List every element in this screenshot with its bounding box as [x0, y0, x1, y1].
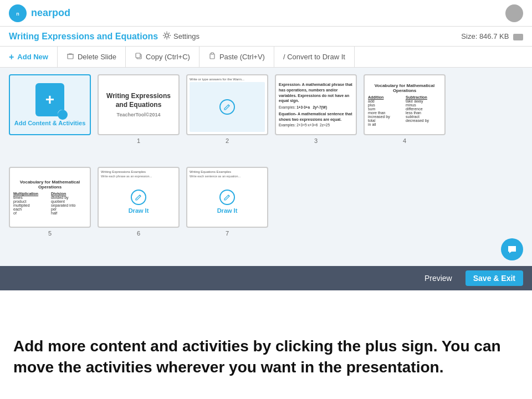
svg-rect-7 [211, 53, 213, 54]
presentation-title: Writing Expressions and Equations [9, 32, 158, 42]
slide-1-card[interactable]: Writing Expressions and Equations Teache… [98, 74, 180, 135]
slide-1-wrapper[interactable]: Writing Expressions and Equations Teache… [98, 74, 180, 160]
svg-text:n: n [16, 11, 19, 17]
size-info: Size: 846.7 KB [461, 32, 523, 40]
slide-6-wrapper[interactable]: Writing Expressions Examples Write each … [98, 167, 180, 253]
vocab-mult-items: timesproductmultipliedeachof [13, 196, 49, 215]
settings-label: Settings [173, 32, 200, 40]
col-header-mult: Multiplication [13, 192, 49, 196]
vocab-addition-items: addplussummore thanincreased bytotalin a… [368, 99, 403, 126]
caption-area: Add more content and activities by click… [0, 290, 532, 399]
pencil-icon-6 [131, 190, 146, 205]
title-slide-content: Writing Expressions and Equations Teache… [99, 88, 178, 121]
slide-5-card[interactable]: Vocabulary for Mathematical Operations M… [9, 167, 91, 228]
slide-num-6: 6 [137, 230, 140, 237]
slide-3-wrapper[interactable]: Expression- A mathematical phrase that h… [275, 74, 357, 160]
slide-add-content[interactable]: + Add Content & Activities [9, 74, 91, 160]
slides-area: + Add Content & Activities Writing Expre… [0, 68, 532, 259]
vocab-slide-5: Vocabulary for Mathematical Operations M… [10, 176, 90, 218]
svg-point-2 [165, 34, 168, 37]
slide-3-card[interactable]: Expression- A mathematical phrase that h… [275, 74, 357, 135]
title-bar: Writing Expressions and Equations Settin… [0, 27, 532, 47]
pencil-icon-7 [219, 190, 235, 205]
convert-button[interactable]: / Convert to Draw It [274, 47, 355, 67]
slide-title-text: Writing Expressions and Equations [103, 92, 174, 109]
paste-icon [208, 52, 216, 62]
vocab-col-addition: Addition addplussummore thanincreased by… [368, 95, 403, 126]
draw-it-label-6: Draw It [129, 207, 149, 214]
pencil-icon-2 [219, 99, 235, 115]
col-header-div: Division [51, 192, 86, 196]
slide-num-3: 3 [314, 137, 318, 144]
copy-icon [135, 52, 142, 62]
editor-area: Writing Expressions and Equations Settin… [0, 27, 532, 266]
vocab-col-multiplication: Multiplication timesproductmultipliedeac… [13, 192, 49, 215]
slide-4-wrapper[interactable]: Vocabulary for Mathematical Operations A… [364, 74, 446, 160]
footer-bar: Preview Save & Exit [0, 266, 532, 290]
paste-button[interactable]: Paste (Ctrl+V) [200, 47, 274, 67]
preview-button[interactable]: Preview [418, 270, 459, 286]
slide-subtitle: TeacherTool©2014 [117, 112, 161, 117]
delete-slide-label: Delete Slide [78, 53, 116, 61]
slide-6-card[interactable]: Writing Expressions Examples Write each … [98, 167, 180, 228]
slide-num-4: 4 [403, 137, 406, 144]
slide-2-wrapper[interactable]: Write or type answers for the Warm... 2 [186, 74, 268, 160]
slide-num-1: 1 [137, 137, 140, 144]
toolbar: + Add New Delete Slide Copy (Ctrl+C) Pas… [0, 47, 532, 68]
add-new-button[interactable]: + Add New [0, 47, 58, 67]
logo-text: nearpod [31, 7, 70, 19]
add-icon: + [9, 52, 14, 62]
size-icon [513, 34, 523, 40]
delete-slide-button[interactable]: Delete Slide [58, 47, 126, 67]
chat-bubble-button[interactable] [501, 238, 523, 260]
vocab-div-items: divided byquotientseparated intoperhalf [51, 196, 86, 215]
app-bar: n nearpod [0, 0, 532, 27]
vocab-slide-4: Vocabulary for Mathematical Operations A… [365, 80, 444, 130]
slide-num-5: 5 [48, 230, 52, 237]
settings-button[interactable]: Settings [162, 31, 200, 42]
vocab-col-subtraction: Subtraction take awayminusdifferenceless… [406, 95, 441, 126]
user-avatar[interactable] [505, 4, 523, 22]
slide-num-7: 7 [226, 230, 229, 237]
expression-slide-content: Expression- A mathematical phrase that h… [276, 79, 356, 130]
delete-icon [66, 52, 74, 62]
settings-icon [162, 31, 171, 42]
slide-2-card[interactable]: Write or type answers for the Warm... [186, 74, 268, 135]
slide-5-wrapper[interactable]: Vocabulary for Mathematical Operations M… [9, 167, 91, 253]
save-exit-button[interactable]: Save & Exit [466, 270, 523, 286]
size-label: Size: [461, 32, 477, 40]
svg-rect-3 [68, 54, 73, 59]
copy-label: Copy (Ctrl+C) [146, 53, 190, 61]
slide-7-wrapper[interactable]: Writing Equations Examples Write each se… [186, 167, 268, 253]
nearpod-logo-icon: n [9, 4, 27, 22]
vocab-title-5: Vocabulary for Mathematical Operations [13, 180, 86, 190]
vocab-subtraction-items: take awayminusdifferenceless thansubtrac… [406, 99, 441, 122]
col-header-addition: Addition [368, 95, 403, 99]
convert-label: / Convert to Draw It [283, 53, 345, 61]
slide-7-card[interactable]: Writing Equations Examples Write each se… [186, 167, 268, 228]
paste-label: Paste (Ctrl+V) [219, 53, 265, 61]
vocab-title-4: Vocabulary for Mathematical Operations [368, 83, 441, 93]
copy-button[interactable]: Copy (Ctrl+C) [126, 47, 200, 67]
add-content-label: Add Content & Activities [14, 120, 86, 126]
slide-num-2: 2 [226, 137, 229, 144]
add-plus-icon: + [35, 83, 64, 116]
caption-text: Add more content and activities by click… [13, 336, 519, 378]
add-content-card[interactable]: + Add Content & Activities [9, 74, 91, 135]
slide-4-card[interactable]: Vocabulary for Mathematical Operations A… [364, 74, 446, 135]
col-header-subtraction: Subtraction [406, 95, 441, 99]
logo-area: n nearpod [9, 4, 70, 22]
vocab-col-division: Division divided byquotientseparated int… [51, 192, 86, 215]
svg-rect-5 [136, 53, 140, 58]
add-new-label: Add New [17, 53, 48, 61]
size-value: 846.7 KB [479, 32, 509, 40]
draw-it-label-7: Draw It [217, 207, 238, 214]
